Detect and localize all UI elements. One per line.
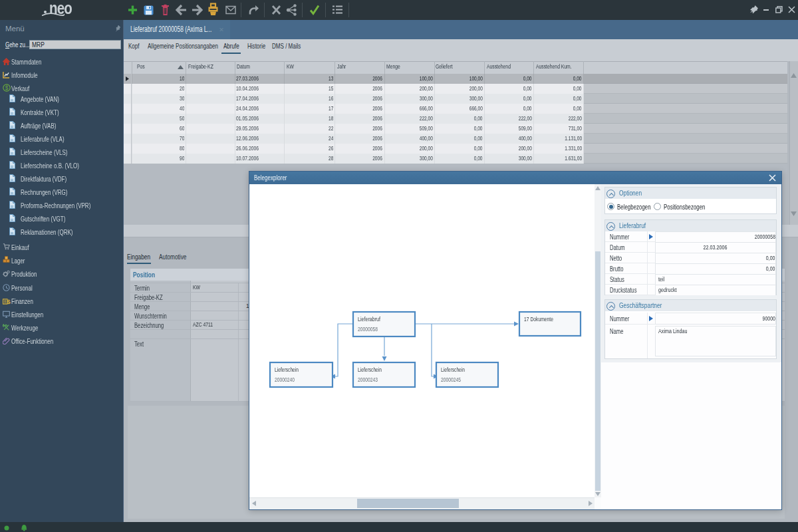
svg-text:20000245: 20000245 bbox=[441, 376, 461, 383]
svg-text:17 Dokumente: 17 Dokumente bbox=[524, 316, 553, 323]
svg-text:20000243: 20000243 bbox=[358, 376, 378, 383]
svg-text:20000240: 20000240 bbox=[275, 376, 295, 383]
svg-text:Lieferschein: Lieferschein bbox=[275, 366, 299, 373]
svg-text:Lieferschein: Lieferschein bbox=[441, 366, 465, 373]
svg-text:$: $ bbox=[5, 84, 9, 91]
svg-text:$: $ bbox=[7, 298, 11, 305]
svg-text:Lieferabruf: Lieferabruf bbox=[358, 316, 380, 323]
svg-text:Lieferschein: Lieferschein bbox=[358, 366, 382, 373]
svg-text:20000058: 20000058 bbox=[358, 326, 378, 332]
